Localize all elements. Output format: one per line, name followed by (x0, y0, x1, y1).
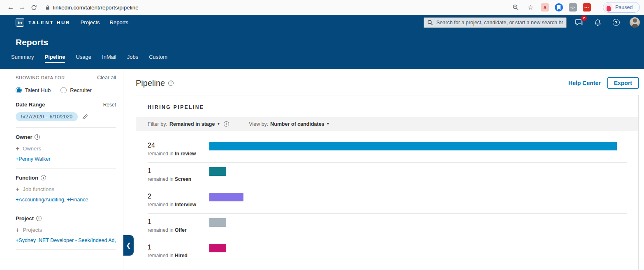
bar[interactable] (209, 244, 226, 252)
report-main: Pipeline Help Center Export HIRING PIPEL… (123, 69, 644, 270)
bar-label-stage: Interview (175, 202, 196, 208)
plus-icon: + (16, 146, 19, 151)
extension-acrobat-icon[interactable]: A (541, 3, 549, 12)
bar-value: 1 (148, 167, 209, 175)
bar-value: 1 (148, 243, 209, 252)
browser-profile-chip[interactable]: Paused (603, 2, 640, 13)
owner-label: Owner (16, 134, 32, 140)
browser-profile-avatar (605, 3, 613, 12)
radio-recruiter[interactable]: Recruiter (60, 87, 92, 93)
date-range-pill[interactable]: 5/27/2020 – 6/10/2020 (16, 112, 78, 121)
plus-icon: + (16, 187, 19, 192)
reports-page-title: Reports (0, 37, 644, 47)
help-icon[interactable]: ? (611, 18, 621, 28)
bar-label-stage: In review (175, 151, 196, 157)
tab-jobs[interactable]: Jobs (127, 54, 138, 63)
radio-selected-icon (16, 87, 22, 93)
user-avatar[interactable] (630, 17, 640, 28)
sidebar-divider (16, 127, 116, 128)
function-label: Function (16, 175, 38, 181)
bookmark-star-icon[interactable]: ☆ (526, 3, 535, 12)
back-icon[interactable]: ← (5, 2, 16, 13)
pipeline-title: Pipeline (136, 78, 165, 88)
browser-toolbar: ← → linkedin.com/talent/reports/pipeline… (0, 0, 644, 15)
filter-info-icon[interactable] (224, 121, 229, 127)
url-text[interactable]: linkedin.com/talent/reports/pipeline (53, 5, 139, 11)
edit-pencil-icon[interactable] (82, 114, 88, 120)
help-center-link[interactable]: Help Center (568, 80, 601, 86)
bar-label-prefix: remained in (148, 202, 175, 208)
export-button[interactable]: Export (607, 77, 639, 89)
filter-by-label: Filter by: (148, 121, 167, 127)
project-info-icon[interactable] (36, 216, 42, 221)
filter-by-dropdown[interactable]: Remained in stage ▼ (169, 121, 220, 127)
bar-label-stage: Offer (175, 227, 187, 233)
owner-info-icon[interactable] (35, 134, 40, 140)
search-input[interactable] (436, 20, 563, 25)
clear-all-button[interactable]: Clear all (97, 75, 116, 81)
global-search[interactable] (424, 17, 567, 28)
chart-row: 2 remained in Interview (148, 188, 627, 214)
reload-icon[interactable] (28, 2, 39, 13)
bar-label-stage: Screen (175, 176, 191, 182)
reset-button[interactable]: Reset (103, 102, 116, 108)
hiring-pipeline-card: HIRING PIPELINE Filter by: Remained in s… (136, 95, 639, 270)
tab-pipeline[interactable]: Pipeline (45, 54, 65, 63)
date-range-label: Date Range (16, 102, 45, 108)
bar[interactable] (209, 142, 617, 150)
card-title: HIRING PIPELINE (136, 95, 638, 117)
nav-item-reports[interactable]: Reports (110, 19, 129, 25)
tab-summary[interactable]: Summary (11, 54, 34, 63)
bar-label-prefix: remained in (148, 176, 175, 182)
tab-usage[interactable]: Usage (76, 54, 91, 63)
radio-unselected-icon (60, 87, 67, 93)
caret-down-icon: ▼ (217, 122, 220, 126)
add-job-functions-button[interactable]: +Job functions (16, 186, 116, 192)
chevron-left-icon: ❮ (126, 242, 131, 249)
messages-badge: 2 (581, 15, 587, 21)
linkedin-logo-icon[interactable]: in (16, 18, 24, 27)
pipeline-info-icon[interactable] (168, 81, 174, 86)
sidebar-collapse-button[interactable]: ❮ (123, 235, 134, 256)
project-filter-link[interactable]: +Sydney .NET Developer - Seek/Indeed Ad, (16, 238, 116, 243)
sidebar-divider (16, 209, 116, 209)
bar[interactable] (209, 218, 226, 227)
messages-icon[interactable]: 2 (574, 18, 584, 28)
sidebar-divider (16, 168, 116, 168)
notifications-bell-icon[interactable] (593, 18, 602, 28)
bar-label-prefix: remained in (148, 253, 175, 258)
forward-icon[interactable]: → (16, 2, 28, 13)
chart-row: 1 remained in Offer (148, 214, 627, 239)
extension-bookmark-icon[interactable] (555, 3, 563, 12)
tab-custom[interactable]: Custom (149, 54, 167, 63)
report-tabs: SummaryPipelineUsageInMailJobsCustom (0, 54, 644, 63)
owner-filter-link[interactable]: +Penny Walker (16, 156, 116, 162)
browser-profile-name: Paused (615, 5, 632, 10)
bar-value: 24 (148, 141, 209, 150)
bar[interactable] (209, 167, 226, 176)
toolbar-divider (597, 4, 597, 11)
extension-more-icon[interactable]: ••• (583, 3, 591, 12)
radio-talent-hub[interactable]: Talent Hub (16, 87, 51, 93)
add-owners-button[interactable]: +Owners (16, 145, 116, 152)
bar[interactable] (209, 193, 243, 201)
lock-icon (45, 5, 50, 10)
view-by-dropdown[interactable]: Number of candidates ▼ (270, 121, 329, 127)
showing-data-for-label: SHOWING DATA FOR (16, 75, 65, 80)
zoom-icon[interactable] (511, 3, 520, 12)
brand-name: TALENT HUB (28, 20, 71, 25)
tab-inmail[interactable]: InMail (102, 54, 116, 63)
chart-filter-bar: Filter by: Remained in stage ▼ View by: … (136, 117, 638, 131)
function-filter-link[interactable]: +Accounting/Auditing, +Finance (16, 197, 116, 203)
add-projects-button[interactable]: +Projects (16, 227, 116, 233)
pipeline-chart: 24 remained in In review 1 remained in S… (136, 131, 638, 264)
caret-down-icon: ▼ (327, 122, 330, 126)
nav-item-projects[interactable]: Projects (81, 19, 100, 25)
bar-label-prefix: remained in (148, 151, 175, 157)
filters-sidebar: SHOWING DATA FOR Clear all Talent Hub Re… (0, 69, 123, 270)
extension-code-icon[interactable]: </> (569, 3, 577, 12)
sidebar-divider (16, 249, 116, 250)
bar-label-stage: Hired (175, 253, 188, 258)
function-info-icon[interactable] (41, 175, 46, 180)
bar-label-prefix: remained in (148, 227, 175, 233)
